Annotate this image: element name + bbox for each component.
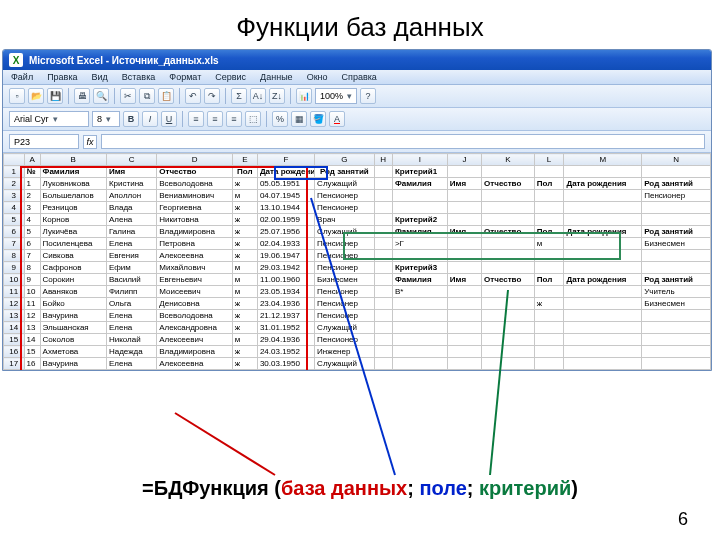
undo-icon[interactable]: ↶ bbox=[185, 88, 201, 104]
cell[interactable]: Имя bbox=[447, 226, 481, 238]
cell[interactable]: Пенсионер bbox=[315, 334, 374, 346]
cell[interactable] bbox=[534, 334, 564, 346]
cell[interactable]: 11 bbox=[24, 298, 40, 310]
cell[interactable]: 1 bbox=[24, 178, 40, 190]
cell[interactable]: Кристина bbox=[106, 178, 156, 190]
cell[interactable]: Род занятий bbox=[642, 178, 711, 190]
cell[interactable]: Род занятий bbox=[642, 274, 711, 286]
cell[interactable]: 19.06.1947 bbox=[257, 250, 314, 262]
cell[interactable] bbox=[482, 346, 535, 358]
cell[interactable]: Пол bbox=[534, 226, 564, 238]
cell[interactable]: Пенсионер bbox=[315, 238, 374, 250]
cell[interactable] bbox=[564, 298, 642, 310]
cell[interactable] bbox=[534, 202, 564, 214]
cell[interactable]: Сорокин bbox=[40, 274, 106, 286]
cell[interactable] bbox=[447, 286, 481, 298]
cell[interactable] bbox=[374, 238, 392, 250]
cell[interactable]: Эльшанская bbox=[40, 322, 106, 334]
cell[interactable] bbox=[564, 250, 642, 262]
chart-icon[interactable]: 📊 bbox=[296, 88, 312, 104]
cell[interactable]: № bbox=[24, 166, 40, 178]
spreadsheet-grid[interactable]: ABCDEFGHIJKLMN 1№ФамилияИмяОтчествоПолДа… bbox=[3, 153, 711, 370]
cell[interactable]: Фамилия bbox=[392, 226, 447, 238]
cell[interactable]: Сафронов bbox=[40, 262, 106, 274]
cell[interactable]: Большелапов bbox=[40, 190, 106, 202]
new-icon[interactable]: ▫ bbox=[9, 88, 25, 104]
cell[interactable]: Пол bbox=[534, 274, 564, 286]
cell[interactable]: Александровна bbox=[157, 322, 233, 334]
cell[interactable]: Всеволодовна bbox=[157, 310, 233, 322]
cell[interactable]: Михайлович bbox=[157, 262, 233, 274]
cell[interactable]: 2 bbox=[24, 190, 40, 202]
cell[interactable]: Отчество bbox=[482, 226, 535, 238]
menu-item[interactable]: Вид bbox=[92, 72, 108, 82]
cell[interactable]: Пенсионер bbox=[315, 190, 374, 202]
cell[interactable]: Бизнесмен bbox=[642, 298, 711, 310]
font-name-dropdown[interactable]: Arial Cyr▾ bbox=[9, 111, 89, 127]
cell[interactable]: 23.05.1934 bbox=[257, 286, 314, 298]
cell[interactable]: Евгеньевич bbox=[157, 274, 233, 286]
cell[interactable]: 6 bbox=[24, 238, 40, 250]
cell[interactable] bbox=[534, 250, 564, 262]
paste-icon[interactable]: 📋 bbox=[158, 88, 174, 104]
cell[interactable]: 14 bbox=[24, 334, 40, 346]
cell[interactable]: Пол bbox=[232, 166, 257, 178]
column-header[interactable]: D bbox=[157, 154, 233, 166]
cell[interactable] bbox=[447, 346, 481, 358]
cell[interactable]: Бойко bbox=[40, 298, 106, 310]
cell[interactable] bbox=[482, 190, 535, 202]
row-header[interactable]: 11 bbox=[4, 286, 25, 298]
cell[interactable]: Род занятий bbox=[315, 166, 374, 178]
cell[interactable]: 02.04.1933 bbox=[257, 238, 314, 250]
cell[interactable]: 05.05.1951 bbox=[257, 178, 314, 190]
menubar[interactable]: Файл Правка Вид Вставка Формат Сервис Да… bbox=[3, 70, 711, 85]
cell[interactable]: 10 bbox=[24, 286, 40, 298]
cell[interactable]: Критерий1 bbox=[392, 166, 447, 178]
cell[interactable]: ж bbox=[232, 310, 257, 322]
row-header[interactable]: 15 bbox=[4, 334, 25, 346]
cell[interactable]: Николай bbox=[106, 334, 156, 346]
cell[interactable]: 3 bbox=[24, 202, 40, 214]
font-size-dropdown[interactable]: 8▾ bbox=[92, 111, 120, 127]
menu-item[interactable]: Справка bbox=[342, 72, 377, 82]
cell[interactable]: Имя bbox=[106, 166, 156, 178]
borders-icon[interactable]: ▦ bbox=[291, 111, 307, 127]
cell[interactable] bbox=[642, 214, 711, 226]
row-header[interactable]: 1 bbox=[4, 166, 25, 178]
cell[interactable]: Василий bbox=[106, 274, 156, 286]
cell[interactable]: Алексеевна bbox=[157, 250, 233, 262]
cell[interactable] bbox=[534, 346, 564, 358]
cell[interactable] bbox=[374, 286, 392, 298]
cell[interactable] bbox=[447, 202, 481, 214]
cell[interactable] bbox=[447, 262, 481, 274]
bold-icon[interactable]: B bbox=[123, 111, 139, 127]
menu-item[interactable]: Данные bbox=[260, 72, 293, 82]
merge-icon[interactable]: ⬚ bbox=[245, 111, 261, 127]
cell[interactable] bbox=[374, 322, 392, 334]
cell[interactable] bbox=[392, 322, 447, 334]
cell[interactable] bbox=[482, 334, 535, 346]
row-header[interactable]: 5 bbox=[4, 214, 25, 226]
cell[interactable] bbox=[564, 190, 642, 202]
cell[interactable] bbox=[392, 346, 447, 358]
cell[interactable]: Евгения bbox=[106, 250, 156, 262]
cell[interactable]: ж bbox=[232, 214, 257, 226]
cell[interactable] bbox=[447, 322, 481, 334]
cell[interactable]: Корнов bbox=[40, 214, 106, 226]
cell[interactable] bbox=[374, 274, 392, 286]
cell[interactable] bbox=[447, 310, 481, 322]
menu-item[interactable]: Правка bbox=[47, 72, 77, 82]
column-header[interactable]: E bbox=[232, 154, 257, 166]
cell[interactable] bbox=[374, 214, 392, 226]
cell[interactable]: 29.04.1936 bbox=[257, 334, 314, 346]
cell[interactable] bbox=[482, 250, 535, 262]
cell[interactable] bbox=[564, 322, 642, 334]
cell[interactable]: Врач bbox=[315, 214, 374, 226]
cell[interactable]: Служащий bbox=[315, 226, 374, 238]
cell[interactable] bbox=[374, 226, 392, 238]
cell[interactable]: Служащий bbox=[315, 178, 374, 190]
column-header[interactable]: H bbox=[374, 154, 392, 166]
cell[interactable] bbox=[642, 358, 711, 370]
cell[interactable]: Фамилия bbox=[392, 178, 447, 190]
cell[interactable]: ж bbox=[232, 250, 257, 262]
